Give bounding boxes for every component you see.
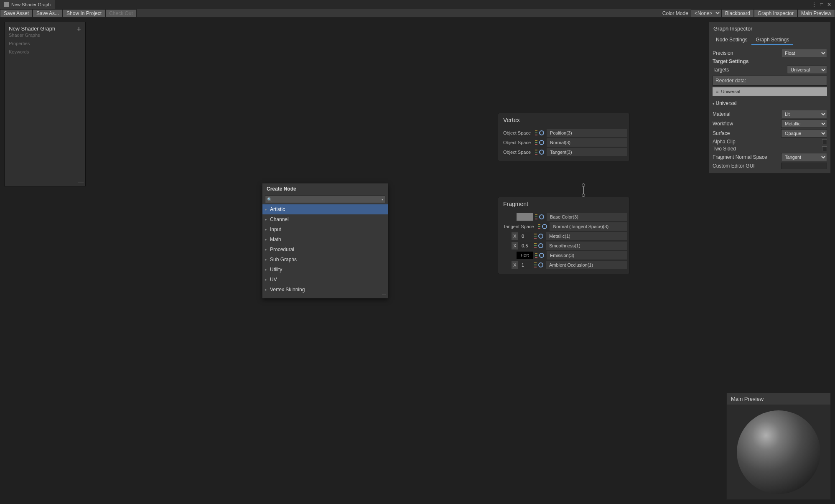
surface-select[interactable]: Opaque (781, 129, 827, 137)
fragment-port-normal[interactable]: Tangent Space Normal (Tangent Space)(3) (501, 222, 627, 231)
port-pill-icon (535, 150, 537, 155)
fragment-master-node[interactable]: Fragment Base Color(3) Tangent Space Nor… (498, 197, 630, 274)
hdr-swatch[interactable]: HDR (517, 252, 533, 259)
create-node-item-subgraphs[interactable]: Sub Graphs (262, 255, 388, 265)
target-settings-label: Target Settings (713, 59, 827, 64)
targets-label: Targets (713, 67, 784, 73)
smoothness-input[interactable] (520, 242, 532, 249)
twosided-label: Two Sided (713, 146, 820, 152)
vertex-port-position[interactable]: Object Space Position(3) (501, 129, 627, 137)
ao-input[interactable] (520, 261, 532, 269)
alphaclip-checkbox[interactable] (822, 139, 827, 144)
metallic-input[interactable] (520, 232, 532, 240)
create-node-popup: Create Node Artistic Channel Input Math … (262, 183, 388, 298)
float-x-label: X (512, 242, 518, 249)
port-connector-icon[interactable] (539, 140, 544, 145)
port-connector-icon[interactable] (538, 243, 543, 248)
window-maximize-icon[interactable]: □ (818, 2, 825, 8)
custom-editor-gui-label: Custom Editor GUI (713, 163, 779, 169)
port-slot-label: Base Color(3) (547, 213, 627, 221)
preview-title: Main Preview (727, 393, 830, 405)
resize-cursor-icon (580, 183, 586, 197)
universal-foldout[interactable]: Universal (713, 99, 827, 109)
port-connector-icon[interactable] (542, 224, 547, 229)
port-slot-label: Metallic(1) (546, 232, 627, 240)
color-mode-select[interactable]: <None> (691, 9, 721, 17)
port-space-label: Object Space (501, 130, 533, 135)
precision-label: Precision (713, 50, 779, 56)
create-node-item-utility[interactable]: Utility (262, 265, 388, 275)
create-node-item-uv[interactable]: UV (262, 275, 388, 285)
blackboard-add-button[interactable]: + (76, 25, 81, 33)
vertex-port-normal[interactable]: Object Space Normal(3) (501, 138, 627, 147)
check-out-button[interactable]: Check Out (105, 9, 137, 17)
graph-canvas[interactable]: New Shader Graph Shader Graphs + Propert… (0, 18, 835, 504)
blackboard-resize-handle[interactable] (78, 183, 84, 185)
create-node-search-wrap (265, 196, 385, 203)
shadergraph-icon (4, 2, 9, 7)
fragment-normal-space-select[interactable]: Tangent (781, 153, 827, 161)
material-select[interactable]: Lit (781, 110, 827, 118)
workflow-select[interactable]: Metallic (781, 120, 827, 128)
port-slot-label: Position(3) (547, 129, 627, 137)
blackboard-title: New Shader Graph (9, 25, 55, 32)
blackboard-toggle-button[interactable]: Blackboard (721, 9, 754, 17)
precision-select[interactable]: Float (781, 49, 827, 57)
tab-node-settings[interactable]: Node Settings (712, 35, 751, 45)
port-pill-icon (535, 130, 537, 135)
graph-inspector-panel[interactable]: Graph Inspector Node Settings Graph Sett… (709, 22, 831, 173)
preview-viewport[interactable] (727, 405, 830, 499)
port-connector-icon[interactable] (539, 150, 544, 155)
toolbar: Save Asset Save As... Show In Project Ch… (0, 9, 835, 18)
create-node-item-procedural[interactable]: Procedural (262, 244, 388, 255)
blackboard-panel[interactable]: New Shader Graph Shader Graphs + Propert… (4, 22, 86, 186)
port-connector-icon[interactable] (539, 130, 544, 135)
window-close-icon[interactable]: ✕ (826, 2, 832, 8)
fragment-port-smoothness[interactable]: X Smoothness(1) (501, 242, 627, 250)
color-mode-label: Color Mode (660, 9, 691, 17)
create-node-item-channel[interactable]: Channel (262, 214, 388, 224)
create-node-search-input[interactable] (273, 197, 380, 202)
create-node-item-math[interactable]: Math (262, 234, 388, 244)
twosided-checkbox[interactable] (822, 146, 827, 151)
color-swatch[interactable] (517, 213, 533, 221)
show-in-project-button[interactable]: Show In Project (63, 9, 105, 17)
fragment-port-metallic[interactable]: X Metallic(1) (501, 232, 627, 240)
port-slot-label: Normal(3) (547, 138, 627, 147)
graph-inspector-toggle-button[interactable]: Graph Inspector (754, 9, 797, 17)
fragment-port-emission[interactable]: HDR Emission(3) (501, 251, 627, 260)
create-node-item-vertexskinning[interactable]: Vertex Skinning (262, 285, 388, 295)
port-connector-icon[interactable] (539, 214, 544, 219)
target-list-item[interactable]: Universal (713, 87, 827, 96)
create-node-item-input[interactable]: Input (262, 224, 388, 234)
custom-editor-gui-input[interactable] (781, 163, 827, 169)
main-preview-panel[interactable]: Main Preview (726, 393, 831, 500)
tab-title: New Shader Graph (11, 2, 51, 7)
blackboard-subtitle: Shader Graphs (9, 33, 55, 38)
material-label: Material (713, 111, 779, 117)
create-node-item-artistic[interactable]: Artistic (262, 204, 388, 214)
blackboard-section-keywords[interactable]: Keywords (5, 48, 85, 56)
blackboard-section-properties[interactable]: Properties (5, 39, 85, 48)
window-menu-icon[interactable]: ⋮ (811, 2, 817, 8)
preview-sphere (737, 410, 820, 494)
main-preview-toggle-button[interactable]: Main Preview (797, 9, 835, 17)
fragment-port-basecolor[interactable]: Base Color(3) (501, 213, 627, 221)
port-connector-icon[interactable] (539, 253, 544, 258)
fragment-node-title: Fragment (498, 197, 629, 211)
create-node-resize-handle[interactable] (262, 295, 388, 298)
save-as-button[interactable]: Save As... (33, 9, 63, 17)
window-tab[interactable]: New Shader Graph (0, 0, 55, 9)
port-pill-icon (535, 214, 537, 219)
vertex-port-tangent[interactable]: Object Space Tangent(3) (501, 148, 627, 156)
vertex-master-node[interactable]: Vertex Object Space Position(3) Object S… (498, 113, 630, 161)
port-connector-icon[interactable] (538, 262, 543, 267)
alphaclip-label: Alpha Clip (713, 139, 820, 145)
fragment-port-ao[interactable]: X Ambient Occlusion(1) (501, 261, 627, 269)
port-pill-icon (534, 234, 537, 239)
targets-select[interactable]: Universal (787, 66, 827, 74)
port-space-label: Object Space (501, 150, 533, 155)
save-asset-button[interactable]: Save Asset (0, 9, 33, 17)
tab-graph-settings[interactable]: Graph Settings (751, 35, 793, 45)
port-connector-icon[interactable] (538, 234, 543, 239)
